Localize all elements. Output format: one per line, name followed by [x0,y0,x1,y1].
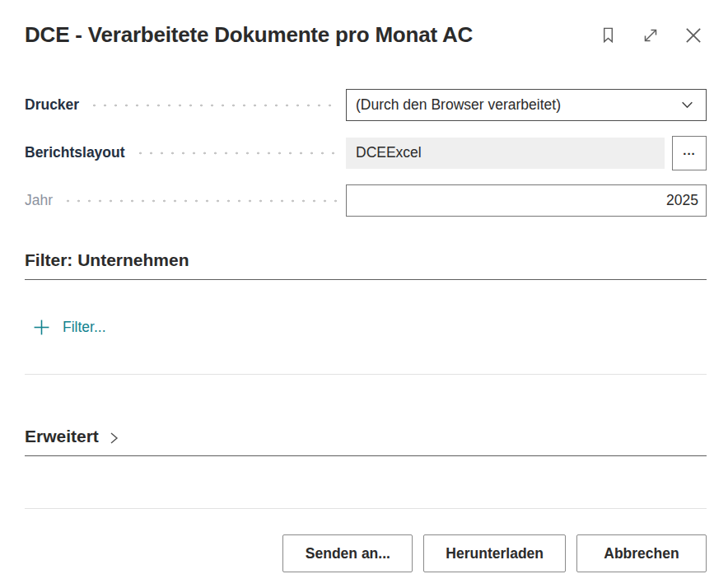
plus-icon [33,319,50,336]
field-row-berichtslayout: Berichtslayout DCEExcel ... [25,137,707,169]
advanced-section-toggle[interactable]: Erweitert [25,427,707,456]
section-divider [25,374,707,375]
berichtslayout-value: DCEExcel [356,144,422,161]
drucker-label: Drucker [25,96,79,114]
berichtslayout-value-field[interactable]: DCEExcel [346,138,665,169]
dotted-leader [63,184,338,217]
send-to-button[interactable]: Senden an... [282,534,413,572]
drucker-value: (Durch den Browser verarbeitet) [356,96,561,114]
dotted-leader [89,89,338,121]
page-title: DCE - Verarbeitete Dokumente pro Monat A… [25,22,473,48]
add-filter-label: Filter... [63,319,106,336]
berichtslayout-lookup-button[interactable]: ... [672,136,707,170]
footer-divider [25,508,707,509]
dialog-footer: Senden an... Herunterladen Abbrechen [25,534,707,572]
header-icon-group [596,24,707,47]
field-row-drucker: Drucker (Durch den Browser verarbeitet) [25,89,707,121]
filter-section-title: Filter: Unternehmen [25,250,189,270]
close-icon[interactable] [682,24,705,47]
cancel-button[interactable]: Abbrechen [576,534,707,572]
dotted-leader [135,137,338,169]
chevron-right-icon [107,431,120,446]
chevron-down-icon [680,98,694,112]
report-request-dialog: DCE - Verarbeitete Dokumente pro Monat A… [0,22,728,572]
bookmark-icon[interactable] [596,24,619,47]
download-button[interactable]: Herunterladen [423,534,566,572]
jahr-label: Jahr [25,192,53,209]
field-row-jahr: Jahr [25,184,707,217]
jahr-input[interactable] [346,184,707,217]
drucker-dropdown[interactable]: (Durch den Browser verarbeitet) [346,89,707,121]
options-form: Drucker (Durch den Browser verarbeitet) … [25,89,707,217]
berichtslayout-label: Berichtslayout [25,144,125,161]
advanced-section-title: Erweitert [25,427,99,446]
add-filter-button[interactable]: Filter... [25,319,106,336]
dialog-header: DCE - Verarbeitete Dokumente pro Monat A… [25,22,707,48]
expand-icon[interactable] [639,24,662,47]
filter-section-header: Filter: Unternehmen [25,250,707,280]
